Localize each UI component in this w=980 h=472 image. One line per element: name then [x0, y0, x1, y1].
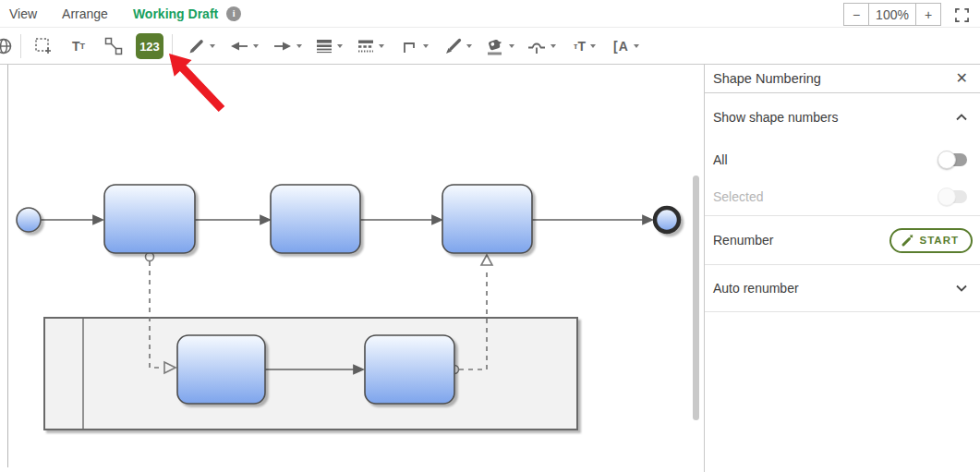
section-label: Show shape numbers	[713, 110, 838, 125]
connection-icon	[104, 37, 123, 55]
toggle-knob	[938, 151, 956, 169]
task-node[interactable]	[104, 185, 195, 253]
row-all: All	[705, 141, 980, 178]
section-show-shape-numbers[interactable]: Show shape numbers	[705, 93, 980, 141]
line-thickness-icon	[316, 39, 333, 54]
chevron-down-icon	[590, 44, 596, 48]
arrow-start-button[interactable]	[225, 33, 262, 59]
canvas-scrollbar[interactable]	[693, 175, 699, 420]
end-event[interactable]	[655, 208, 679, 232]
working-draft-label: Working Draft	[133, 6, 218, 21]
panel-header: Shape Numbering ✕	[705, 65, 980, 93]
fullscreen-button[interactable]	[953, 6, 970, 23]
chevron-down-icon	[423, 44, 429, 48]
chevron-down-icon	[509, 44, 514, 48]
start-event[interactable]	[17, 208, 41, 232]
line-jumps-icon	[527, 38, 546, 54]
line-thickness-button[interactable]	[310, 33, 347, 59]
chevron-down-icon	[634, 44, 639, 48]
arrow-end-button[interactable]	[269, 33, 306, 59]
line-style-button[interactable]	[352, 33, 389, 59]
pen-icon	[901, 234, 914, 248]
chevron-down-icon	[337, 44, 343, 48]
toggle-knob	[938, 188, 956, 206]
chevron-down-icon	[466, 44, 472, 48]
menu-working-draft[interactable]: Working Draft i	[133, 6, 241, 21]
diagram-canvas[interactable]	[0, 65, 704, 472]
start-button[interactable]: START	[889, 228, 973, 253]
globe-icon	[0, 37, 13, 55]
select-area-button[interactable]	[30, 33, 56, 59]
connector-style-icon	[402, 39, 418, 54]
globe-button[interactable]	[0, 33, 15, 59]
menu-arrange[interactable]: Arrange	[62, 6, 108, 21]
toggle-all[interactable]	[939, 153, 967, 166]
zoom-level[interactable]: 100%	[868, 4, 916, 25]
zoom-out-button[interactable]: −	[844, 4, 868, 25]
diagram-svg	[0, 65, 704, 472]
arrow-start-icon	[230, 40, 248, 53]
task-node[interactable]	[442, 185, 532, 253]
line-style-icon	[357, 39, 374, 54]
pool-lane[interactable]	[44, 318, 577, 430]
chevron-down-icon	[296, 44, 302, 48]
toolbar-separator	[20, 34, 21, 58]
renumber-label: Renumber	[713, 233, 773, 248]
toggle-selected-label: Selected	[713, 189, 763, 204]
fill-color-button[interactable]	[481, 33, 518, 59]
chevron-up-icon	[956, 114, 967, 121]
task-node[interactable]	[177, 335, 265, 404]
arrow-end-icon	[273, 40, 292, 53]
task-node[interactable]	[365, 335, 454, 404]
text-format-icon: [A	[613, 39, 629, 54]
chevron-down-icon	[550, 44, 556, 48]
font-tool-icon: T	[72, 39, 80, 54]
chevron-down-icon	[253, 44, 259, 48]
shape-numbering-panel: Shape Numbering ✕ Show shape numbers All…	[704, 65, 980, 472]
panel-divider	[705, 311, 980, 312]
brush-icon	[444, 38, 462, 55]
font-tool-icon-small: T	[80, 42, 86, 51]
brush-button[interactable]	[440, 33, 477, 59]
fill-color-icon	[486, 38, 504, 55]
fullscreen-icon	[955, 8, 969, 22]
connector-style-button[interactable]	[396, 33, 433, 59]
chevron-down-icon	[956, 284, 967, 292]
menu-view[interactable]: View	[9, 6, 37, 21]
zoom-in-button[interactable]: +	[916, 4, 940, 25]
close-icon[interactable]: ✕	[956, 71, 968, 86]
zoom-control: − 100% +	[843, 3, 941, 26]
row-renumber: Renumber START	[705, 216, 980, 264]
panel-title: Shape Numbering	[713, 71, 821, 86]
info-icon[interactable]: i	[226, 6, 241, 21]
font-tool-button[interactable]: TT	[66, 33, 91, 59]
section-auto-renumber[interactable]: Auto renumber	[705, 265, 980, 311]
connection-button[interactable]	[101, 33, 127, 59]
row-selected: Selected	[705, 178, 980, 215]
font-size-button[interactable]: тT	[566, 33, 603, 59]
line-jumps-button[interactable]	[523, 33, 560, 59]
auto-renumber-label: Auto renumber	[713, 281, 799, 296]
menubar: View Arrange Working Draft i	[0, 0, 980, 28]
font-size-icon: T	[577, 39, 586, 54]
toggle-all-label: All	[713, 152, 728, 167]
task-node[interactable]	[271, 185, 360, 253]
text-format-button[interactable]: [A	[608, 33, 645, 59]
start-button-label: START	[920, 235, 959, 246]
chevron-down-icon	[379, 44, 384, 48]
annotation-arrow-icon	[143, 44, 231, 118]
toggle-selected	[939, 190, 967, 203]
select-area-icon	[34, 37, 53, 55]
